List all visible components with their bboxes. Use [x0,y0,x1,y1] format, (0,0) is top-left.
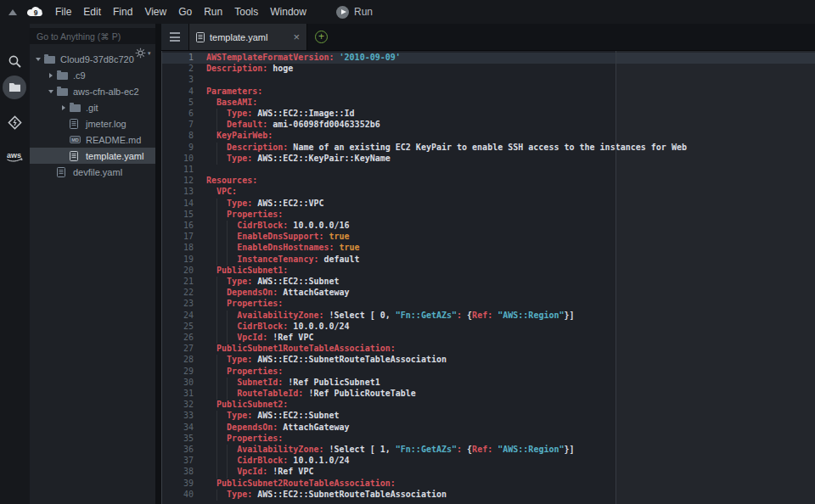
menu-item-go[interactable]: Go [172,0,198,24]
code-line-30[interactable]: 30 SubnetId: !Ref PublicSubnet1 [162,378,815,389]
code-editor[interactable]: 1AWSTemplateFormatVersion: '2010-09-09'2… [161,51,815,504]
code-line-37[interactable]: 37 CidrBlock: 10.0.1.0/24 [162,456,815,467]
debug-icon[interactable] [0,114,30,132]
code-line-24[interactable]: 24 AvailabilityZone: !Select [ 0, "Fn::G… [162,311,815,322]
line-number[interactable]: 6 [162,109,194,118]
code-line-6[interactable]: 6 Type: AWS::EC2::Image::Id [162,109,815,120]
code-line-23[interactable]: 23 Properties: [162,299,815,310]
code-line-36[interactable]: 36 AvailabilityZone: !Select [ 1, "Fn::G… [162,445,815,456]
line-number[interactable]: 21 [162,277,194,286]
code-line-28[interactable]: 28 Type: AWS::EC2::SubnetRouteTableAssoc… [162,355,815,366]
search-icon[interactable] [0,54,30,69]
line-number[interactable]: 18 [162,243,194,252]
line-number[interactable]: 16 [162,221,194,230]
code-line-39[interactable]: 39 PublicSubnet2RouteTableAssociation: [162,479,815,490]
code-line-27[interactable]: 27 PublicSubnet1RouteTableAssociation: [162,344,815,355]
code-line-38[interactable]: 38 VpcId: !Ref VPC [162,467,815,478]
line-number[interactable]: 12 [162,176,194,185]
code-line-11[interactable]: 11 [162,165,815,176]
menu-item-run[interactable]: Run [198,0,228,24]
code-line-12[interactable]: 12Resources: [162,176,815,187]
line-number[interactable]: 22 [162,288,194,297]
line-number[interactable]: 24 [162,311,194,320]
menu-item-window[interactable]: Window [264,0,312,24]
chevron-down-icon[interactable] [36,58,41,61]
tree-item--git[interactable]: .git [30,99,155,115]
line-number[interactable]: 4 [162,87,194,96]
menu-item-file[interactable]: File [49,0,77,24]
line-number[interactable]: 40 [162,490,194,499]
line-number[interactable]: 8 [162,131,194,140]
line-number[interactable]: 23 [162,299,194,308]
collapse-menubar-icon[interactable] [8,9,17,15]
line-number[interactable]: 20 [162,266,194,275]
line-number[interactable]: 34 [162,423,194,432]
line-number[interactable]: 37 [162,456,194,465]
tab-list-menu-button[interactable] [161,24,189,50]
code-line-1[interactable]: 1AWSTemplateFormatVersion: '2010-09-09' [162,53,815,64]
code-line-9[interactable]: 9 Description: Name of an existing EC2 K… [162,143,815,154]
line-number[interactable]: 2 [162,64,194,73]
tree-item-devfile-yaml[interactable]: devfile.yaml [30,164,155,180]
code-line-33[interactable]: 33 Type: AWS::EC2::Subnet [162,411,815,422]
aws-toolkit-icon[interactable]: aws [0,149,30,165]
code-line-32[interactable]: 32 PublicSubnet2: [162,400,815,411]
tree-item-cloud9-37d8c720[interactable]: Cloud9-37d8c720 [30,51,155,67]
code-line-8[interactable]: 8 KeyPairWeb: [162,131,815,142]
code-line-15[interactable]: 15 Properties: [162,210,815,221]
line-number[interactable]: 28 [162,355,194,364]
line-number[interactable]: 3 [162,75,194,84]
line-number[interactable]: 17 [162,232,194,241]
chevron-right-icon[interactable] [49,73,53,78]
code-line-35[interactable]: 35 Properties: [162,434,815,445]
goto-anything-input[interactable] [30,28,155,44]
files-icon[interactable] [3,76,26,99]
tab-template-yaml[interactable]: template.yaml × [189,24,307,50]
code-line-2[interactable]: 2Description: hoge [162,64,815,75]
cloud9-logo-icon[interactable]: 9 [25,5,46,22]
line-number[interactable]: 38 [162,467,194,476]
line-number[interactable]: 1 [162,53,194,62]
line-number[interactable]: 26 [162,333,194,342]
line-number[interactable]: 35 [162,434,194,443]
code-line-4[interactable]: 4Parameters: [162,87,815,98]
menu-item-find[interactable]: Find [107,0,138,24]
tab-close-icon[interactable]: × [293,32,300,42]
code-line-21[interactable]: 21 Type: AWS::EC2::Subnet [162,277,815,288]
menu-item-edit[interactable]: Edit [77,0,107,24]
code-line-3[interactable]: 3 [162,75,815,86]
code-line-19[interactable]: 19 InstanceTenancy: default [162,255,815,266]
line-number[interactable]: 29 [162,367,194,376]
code-line-13[interactable]: 13 VPC: [162,187,815,198]
line-number[interactable]: 9 [162,143,194,152]
code-line-7[interactable]: 7 Default: ami-06098fd00463352b6 [162,120,815,131]
line-number[interactable]: 10 [162,154,194,163]
line-number[interactable]: 31 [162,389,194,398]
chevron-down-icon[interactable] [48,90,53,93]
code-line-20[interactable]: 20 PublicSubnet1: [162,266,815,277]
line-number[interactable]: 27 [162,344,194,353]
line-number[interactable]: 32 [162,400,194,409]
line-number[interactable]: 39 [162,479,194,488]
line-number[interactable]: 11 [162,165,194,174]
code-line-25[interactable]: 25 CidrBlock: 10.0.0.0/24 [162,322,815,333]
menu-item-tools[interactable]: Tools [228,0,264,24]
line-number[interactable]: 33 [162,411,194,420]
line-number[interactable]: 13 [162,187,194,196]
new-tab-icon[interactable]: + [315,31,328,43]
code-line-22[interactable]: 22 DependsOn: AttachGateway [162,288,815,299]
tree-item--c9[interactable]: .c9 [30,67,155,83]
code-line-18[interactable]: 18 EnableDnsHostnames: true [162,243,815,254]
code-line-5[interactable]: 5 BaseAMI: [162,98,815,109]
line-number[interactable]: 15 [162,210,194,219]
code-line-26[interactable]: 26 VpcId: !Ref VPC [162,333,815,344]
tree-item-jmeter-log[interactable]: jmeter.log [30,115,155,132]
code-line-29[interactable]: 29 Properties: [162,367,815,378]
code-line-10[interactable]: 10 Type: AWS::EC2::KeyPair::KeyName [162,154,815,165]
line-number[interactable]: 19 [162,255,194,264]
code-line-14[interactable]: 14 Type: AWS::EC2::VPC [162,199,815,210]
line-number[interactable]: 25 [162,322,194,331]
tree-item-aws-cfn-alb-ec2[interactable]: aws-cfn-alb-ec2 [30,83,155,99]
line-number[interactable]: 5 [162,98,194,107]
code-line-34[interactable]: 34 DependsOn: AttachGateway [162,423,815,434]
